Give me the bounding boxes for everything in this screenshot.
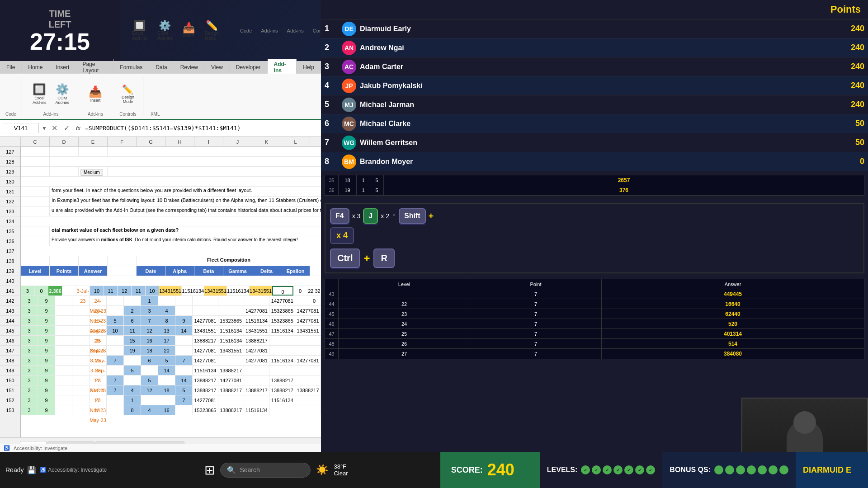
cell-h148[interactable]: 7 — [107, 356, 124, 365]
cell-l144[interactable]: 9 — [175, 316, 193, 325]
name-box-expand-icon[interactable]: ▼ — [42, 125, 47, 131]
cell-num3-143[interactable]: 15323865 — [269, 306, 295, 315]
cell-g145[interactable]: 10-Oct-23 — [90, 326, 107, 335]
cell-e141-answer[interactable]: 2,306 — [48, 286, 62, 296]
cell-f144[interactable] — [72, 316, 90, 325]
cell-e151[interactable] — [55, 385, 72, 395]
cell-num0-145[interactable]: 13431551 — [193, 326, 218, 335]
cell-d129[interactable] — [50, 167, 79, 176]
cell-num3-146[interactable] — [269, 336, 295, 345]
cell-e139-answer[interactable]: Answer — [79, 266, 108, 276]
cell-l143[interactable] — [175, 306, 193, 315]
cell-num0-142[interactable] — [193, 296, 218, 305]
tab-review[interactable]: Review — [174, 62, 205, 72]
cell-h151[interactable]: 7 — [107, 385, 124, 395]
cell-d145[interactable]: 9 — [38, 326, 55, 335]
cell-j150[interactable]: 5 — [141, 375, 158, 385]
cell-k151[interactable]: 18 — [158, 385, 175, 395]
cell-num1-152[interactable] — [218, 395, 244, 405]
cell-e142[interactable] — [55, 296, 72, 305]
cell-v141-active[interactable]: 0 — [272, 286, 293, 296]
tab-addins[interactable]: Add-ins — [268, 59, 297, 75]
cell-k149[interactable]: 14 — [158, 366, 175, 375]
cell-g142[interactable]: 24-May-23 — [90, 296, 107, 305]
insert-ribbon-btn[interactable]: 📥 Insert — [85, 83, 105, 105]
cell-d127[interactable] — [50, 147, 79, 156]
cell-l141-10[interactable]: 10 — [146, 286, 160, 296]
cell-num4-143[interactable]: 14277081 — [295, 306, 321, 315]
cell-num4-147[interactable] — [295, 346, 321, 355]
cell-k150[interactable] — [158, 375, 175, 385]
tab-formulas[interactable]: Formulas — [113, 62, 149, 72]
cell-c141-3[interactable]: 3 — [21, 286, 35, 296]
cell-e145[interactable] — [55, 326, 72, 335]
cell-l151[interactable]: 5 — [175, 385, 193, 395]
cell-c146[interactable]: 3 — [21, 336, 38, 345]
cell-k146[interactable]: 17 — [158, 336, 175, 345]
cell-o141[interactable]: 13431551 — [204, 286, 227, 296]
cell-j153[interactable]: 4 — [141, 405, 158, 415]
cell-k139-delta[interactable]: Delta — [252, 266, 281, 276]
cell-num2-145[interactable]: 13431551 — [244, 326, 270, 335]
cell-j152[interactable] — [141, 395, 158, 405]
cell-h150[interactable]: 7 — [107, 375, 124, 385]
tab-file[interactable]: File — [0, 62, 22, 72]
cell-p141[interactable]: 11516134 — [227, 286, 250, 296]
design-mode-ribbon-btn[interactable]: ✏️ DesignMode — [118, 82, 137, 106]
cell-num4-142[interactable] — [295, 296, 321, 305]
cell-h153[interactable] — [107, 405, 124, 415]
cell-l148[interactable]: 7 — [175, 356, 193, 365]
tab-view[interactable]: View — [205, 62, 230, 72]
cell-i150[interactable] — [124, 375, 141, 385]
cell-e148[interactable] — [55, 356, 72, 365]
cell-j143[interactable]: 3 — [141, 306, 158, 315]
cell-k141-11[interactable]: 11 — [132, 286, 146, 296]
cell-f153[interactable] — [72, 405, 90, 415]
cell-num0-151[interactable]: 13888217 — [193, 385, 218, 395]
cell-num4-146[interactable] — [295, 336, 321, 345]
cell-l153[interactable] — [175, 405, 193, 415]
cell-num1-150[interactable]: 14277081 — [218, 375, 244, 385]
cell-num1-144[interactable]: 15323865 — [218, 316, 244, 325]
cell-i146[interactable]: 15 — [124, 336, 141, 345]
cell-l146[interactable] — [175, 336, 193, 345]
tab-insert[interactable]: Insert — [49, 62, 76, 72]
cell-j147[interactable]: 18 — [141, 346, 158, 355]
cell-num1-143[interactable] — [218, 306, 244, 315]
cell-j146[interactable]: 16 — [141, 336, 158, 345]
cell-num0-153[interactable]: 15323865 — [193, 405, 218, 415]
cell-d152[interactable]: 9 — [38, 395, 55, 405]
cell-h141-10[interactable]: 10 — [90, 286, 104, 296]
cell-h139-alpha[interactable]: Alpha — [165, 266, 194, 276]
cell-c142[interactable]: 3 — [21, 296, 38, 305]
cell-g144[interactable]: 19-Aug-23 — [90, 316, 107, 325]
cell-d139-points[interactable]: Points — [50, 266, 79, 276]
cell-j148[interactable]: 6 — [141, 356, 158, 365]
cell-num4-149[interactable] — [295, 366, 321, 375]
cell-c150[interactable]: 3 — [21, 375, 38, 385]
cell-num0-152[interactable]: 14277081 — [193, 395, 218, 405]
insert-btn[interactable]: 📥 Insert — [179, 21, 198, 40]
cell-num3-144[interactable]: 15323865 — [269, 316, 295, 325]
cell-q141[interactable]: 13431551 — [250, 286, 272, 296]
cell-i149[interactable]: 5 — [124, 366, 141, 375]
cell-num0-149[interactable]: 11516134 — [193, 366, 218, 375]
cell-j144[interactable]: 7 — [141, 316, 158, 325]
cell-l150[interactable]: 14 — [175, 375, 193, 385]
cell-num1-149[interactable]: 13888217 — [218, 366, 244, 375]
cell-num3-142[interactable]: 14277081 — [269, 296, 295, 305]
cell-num2-148[interactable]: 14277081 — [244, 356, 270, 365]
cell-num2-150[interactable] — [244, 375, 270, 385]
formula-input[interactable] — [85, 125, 318, 131]
cell-d150[interactable]: 9 — [38, 375, 55, 385]
cell-h149[interactable] — [107, 366, 124, 375]
cell-e146[interactable] — [55, 336, 72, 345]
com-addins-ribbon-btn[interactable]: ⚙️ COMAdd-ins — [52, 81, 72, 107]
cell-g146[interactable]: 26-Sep-23 — [90, 336, 107, 345]
cell-h143[interactable] — [107, 306, 124, 315]
windows-icon[interactable]: ⊞ — [204, 463, 215, 478]
cell-i152[interactable]: 1 — [124, 395, 141, 405]
cell-i145[interactable]: 11 — [124, 326, 141, 335]
cancel-formula-btn[interactable]: ✕ — [50, 124, 59, 132]
cell-i151[interactable]: 4 — [124, 385, 141, 395]
